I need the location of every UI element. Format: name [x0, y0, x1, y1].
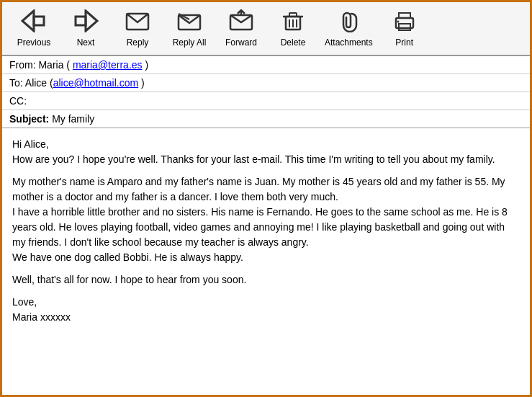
svg-marker-0	[22, 11, 34, 31]
next-icon	[73, 9, 99, 36]
attachments-label: Attachments	[325, 37, 373, 48]
to-row: To: Alice (alice@hotmail.com )	[2, 74, 530, 92]
reply-all-button[interactable]: Reply All	[165, 6, 214, 50]
to-label: To: Alice	[9, 77, 50, 89]
print-icon	[392, 9, 418, 36]
from-suffix: )	[143, 59, 149, 71]
email-header: From: Maria ( maria@terra.es ) To: Alice…	[2, 56, 530, 128]
forward-button[interactable]: Forward	[217, 6, 266, 50]
print-button[interactable]: Print	[380, 6, 429, 50]
from-label: From: Maria (	[9, 59, 73, 71]
reply-all-label: Reply All	[173, 37, 207, 48]
reply-icon	[125, 9, 150, 36]
body-paragraph-1: My mother's name is Amparo and my father…	[12, 174, 520, 265]
cc-row: CC:	[2, 92, 530, 110]
to-suffix: )	[138, 77, 145, 89]
email-body: Hi Alice,How are you? I hope you're well…	[2, 128, 530, 334]
attachments-button[interactable]: Attachments	[320, 6, 377, 50]
forward-label: Forward	[225, 37, 257, 48]
reply-all-icon	[176, 9, 202, 36]
delete-label: Delete	[281, 37, 306, 48]
next-label: Next	[77, 37, 95, 48]
subject-label: Subject:	[9, 113, 52, 125]
greeting: Hi Alice,How are you? I hope you're well…	[12, 137, 520, 167]
svg-rect-10	[289, 13, 297, 17]
svg-rect-1	[34, 17, 44, 25]
sign-off: Love,Maria xxxxxx	[12, 295, 520, 325]
previous-label: Previous	[17, 37, 51, 48]
svg-marker-3	[86, 11, 97, 31]
previous-button[interactable]: Previous	[9, 6, 58, 50]
subject-value: My family	[52, 113, 94, 125]
svg-rect-16	[399, 24, 410, 30]
cc-label: CC:	[9, 95, 27, 107]
print-label: Print	[395, 37, 413, 48]
reply-button[interactable]: Reply	[113, 6, 162, 50]
to-email[interactable]: alice@hotmail.com	[53, 77, 138, 89]
delete-icon	[280, 9, 306, 36]
email-client: Previous Next Reply	[0, 0, 532, 397]
forward-icon	[228, 9, 254, 36]
attachments-icon	[335, 9, 361, 36]
previous-icon	[21, 9, 47, 36]
reply-label: Reply	[127, 37, 149, 48]
body-paragraph-2: Well, that's all for now. I hope to hear…	[12, 272, 520, 287]
svg-point-17	[397, 21, 399, 23]
toolbar: Previous Next Reply	[2, 2, 530, 56]
subject-row: Subject: My family	[2, 110, 530, 128]
delete-button[interactable]: Delete	[269, 6, 317, 50]
from-email[interactable]: maria@terra.es	[73, 59, 143, 71]
next-button[interactable]: Next	[61, 6, 110, 50]
svg-rect-2	[76, 17, 86, 25]
from-row: From: Maria ( maria@terra.es )	[2, 56, 530, 74]
